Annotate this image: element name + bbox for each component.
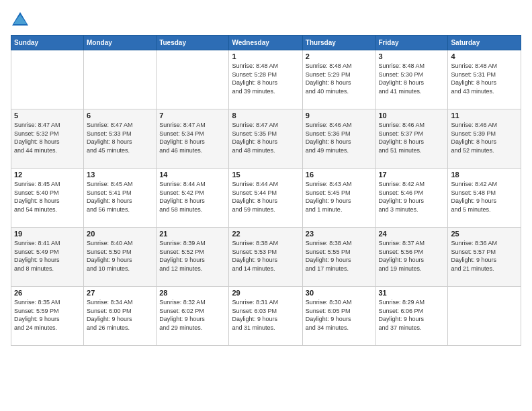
day-info: Sunrise: 8:47 AM Sunset: 5:32 PM Dayligh… <box>14 121 81 154</box>
calendar-cell: 28Sunrise: 8:32 AM Sunset: 6:02 PM Dayli… <box>157 287 229 346</box>
page: SundayMondayTuesdayWednesdayThursdayFrid… <box>0 0 532 411</box>
calendar-cell: 26Sunrise: 8:35 AM Sunset: 5:59 PM Dayli… <box>11 287 84 346</box>
day-number: 16 <box>306 171 373 179</box>
day-number: 12 <box>14 171 81 179</box>
day-info: Sunrise: 8:46 AM Sunset: 5:36 PM Dayligh… <box>306 121 373 154</box>
day-number: 29 <box>232 289 299 297</box>
calendar-week-row: 5Sunrise: 8:47 AM Sunset: 5:32 PM Daylig… <box>11 109 521 169</box>
day-number: 19 <box>14 230 81 238</box>
calendar-cell: 30Sunrise: 8:30 AM Sunset: 6:05 PM Dayli… <box>302 287 375 346</box>
day-number: 1 <box>232 52 299 60</box>
day-info: Sunrise: 8:48 AM Sunset: 5:31 PM Dayligh… <box>451 62 518 95</box>
header <box>11 11 521 30</box>
day-info: Sunrise: 8:42 AM Sunset: 5:46 PM Dayligh… <box>379 180 445 214</box>
calendar-cell: 5Sunrise: 8:47 AM Sunset: 5:32 PM Daylig… <box>11 109 84 169</box>
day-info: Sunrise: 8:46 AM Sunset: 5:39 PM Dayligh… <box>451 121 518 154</box>
calendar-cell: 11Sunrise: 8:46 AM Sunset: 5:39 PM Dayli… <box>448 109 521 169</box>
calendar-cell: 9Sunrise: 8:46 AM Sunset: 5:36 PM Daylig… <box>302 109 375 169</box>
calendar-week-row: 12Sunrise: 8:45 AM Sunset: 5:40 PM Dayli… <box>11 169 521 228</box>
day-info: Sunrise: 8:30 AM Sunset: 6:05 PM Dayligh… <box>306 298 373 332</box>
calendar-cell: 20Sunrise: 8:40 AM Sunset: 5:50 PM Dayli… <box>84 228 157 287</box>
calendar-cell: 27Sunrise: 8:34 AM Sunset: 6:00 PM Dayli… <box>84 287 157 346</box>
calendar-header-wednesday: Wednesday <box>229 36 302 50</box>
calendar-cell: 12Sunrise: 8:45 AM Sunset: 5:40 PM Dayli… <box>11 169 84 228</box>
calendar-header-monday: Monday <box>84 36 157 50</box>
day-number: 24 <box>379 230 445 238</box>
calendar-cell: 22Sunrise: 8:38 AM Sunset: 5:53 PM Dayli… <box>229 228 302 287</box>
day-info: Sunrise: 8:40 AM Sunset: 5:50 PM Dayligh… <box>87 239 153 273</box>
calendar-cell: 7Sunrise: 8:47 AM Sunset: 5:34 PM Daylig… <box>157 109 229 169</box>
calendar-cell: 23Sunrise: 8:38 AM Sunset: 5:55 PM Dayli… <box>302 228 375 287</box>
day-info: Sunrise: 8:43 AM Sunset: 5:45 PM Dayligh… <box>306 180 373 214</box>
day-number: 2 <box>306 52 373 60</box>
day-info: Sunrise: 8:41 AM Sunset: 5:49 PM Dayligh… <box>14 239 81 273</box>
calendar-cell: 15Sunrise: 8:44 AM Sunset: 5:44 PM Dayli… <box>229 169 302 228</box>
day-info: Sunrise: 8:35 AM Sunset: 5:59 PM Dayligh… <box>14 298 81 332</box>
day-info: Sunrise: 8:38 AM Sunset: 5:55 PM Dayligh… <box>306 239 373 273</box>
day-info: Sunrise: 8:47 AM Sunset: 5:34 PM Dayligh… <box>159 121 226 154</box>
calendar-cell <box>84 50 157 109</box>
day-number: 26 <box>14 289 81 297</box>
calendar-cell: 6Sunrise: 8:47 AM Sunset: 5:33 PM Daylig… <box>84 109 157 169</box>
calendar-cell: 10Sunrise: 8:46 AM Sunset: 5:37 PM Dayli… <box>375 109 448 169</box>
calendar-cell: 24Sunrise: 8:37 AM Sunset: 5:56 PM Dayli… <box>375 228 448 287</box>
svg-marker-1 <box>13 15 27 24</box>
calendar-week-row: 19Sunrise: 8:41 AM Sunset: 5:49 PM Dayli… <box>11 228 521 287</box>
day-number: 22 <box>232 230 299 238</box>
calendar-header-thursday: Thursday <box>302 36 375 50</box>
day-info: Sunrise: 8:45 AM Sunset: 5:41 PM Dayligh… <box>87 180 153 214</box>
day-number: 7 <box>159 111 226 120</box>
day-info: Sunrise: 8:29 AM Sunset: 6:06 PM Dayligh… <box>379 298 445 332</box>
calendar-header-tuesday: Tuesday <box>157 36 229 50</box>
day-info: Sunrise: 8:46 AM Sunset: 5:37 PM Dayligh… <box>379 121 445 154</box>
calendar-header-friday: Friday <box>375 36 448 50</box>
day-info: Sunrise: 8:47 AM Sunset: 5:35 PM Dayligh… <box>232 121 299 154</box>
calendar-cell: 21Sunrise: 8:39 AM Sunset: 5:52 PM Dayli… <box>157 228 229 287</box>
calendar-cell: 25Sunrise: 8:36 AM Sunset: 5:57 PM Dayli… <box>448 228 521 287</box>
logo-icon <box>11 11 30 30</box>
calendar-cell <box>448 287 521 346</box>
day-number: 15 <box>232 171 299 179</box>
logo <box>11 11 31 30</box>
calendar-cell <box>11 50 84 109</box>
calendar-week-row: 1Sunrise: 8:48 AM Sunset: 5:28 PM Daylig… <box>11 50 521 109</box>
day-info: Sunrise: 8:45 AM Sunset: 5:40 PM Dayligh… <box>14 180 81 214</box>
day-number: 13 <box>87 171 153 179</box>
day-info: Sunrise: 8:32 AM Sunset: 6:02 PM Dayligh… <box>159 298 226 332</box>
day-info: Sunrise: 8:34 AM Sunset: 6:00 PM Dayligh… <box>87 298 153 332</box>
day-number: 10 <box>379 111 445 120</box>
day-number: 8 <box>232 111 299 120</box>
calendar-cell: 17Sunrise: 8:42 AM Sunset: 5:46 PM Dayli… <box>375 169 448 228</box>
day-info: Sunrise: 8:47 AM Sunset: 5:33 PM Dayligh… <box>87 121 153 154</box>
day-number: 4 <box>451 52 518 60</box>
calendar-cell: 18Sunrise: 8:42 AM Sunset: 5:48 PM Dayli… <box>448 169 521 228</box>
calendar: SundayMondayTuesdayWednesdayThursdayFrid… <box>11 35 521 346</box>
day-info: Sunrise: 8:44 AM Sunset: 5:44 PM Dayligh… <box>232 180 299 214</box>
day-info: Sunrise: 8:37 AM Sunset: 5:56 PM Dayligh… <box>379 239 445 273</box>
day-info: Sunrise: 8:48 AM Sunset: 5:29 PM Dayligh… <box>306 62 373 95</box>
calendar-cell: 2Sunrise: 8:48 AM Sunset: 5:29 PM Daylig… <box>302 50 375 109</box>
calendar-cell: 1Sunrise: 8:48 AM Sunset: 5:28 PM Daylig… <box>229 50 302 109</box>
calendar-cell: 31Sunrise: 8:29 AM Sunset: 6:06 PM Dayli… <box>375 287 448 346</box>
day-info: Sunrise: 8:44 AM Sunset: 5:42 PM Dayligh… <box>159 180 226 214</box>
calendar-cell: 8Sunrise: 8:47 AM Sunset: 5:35 PM Daylig… <box>229 109 302 169</box>
calendar-cell: 3Sunrise: 8:48 AM Sunset: 5:30 PM Daylig… <box>375 50 448 109</box>
calendar-cell <box>157 50 229 109</box>
day-number: 14 <box>159 171 226 179</box>
day-info: Sunrise: 8:42 AM Sunset: 5:48 PM Dayligh… <box>451 180 518 214</box>
calendar-header-row: SundayMondayTuesdayWednesdayThursdayFrid… <box>11 36 521 50</box>
day-number: 27 <box>87 289 153 297</box>
day-number: 6 <box>87 111 153 120</box>
day-number: 18 <box>451 171 518 179</box>
day-number: 11 <box>451 111 518 120</box>
calendar-week-row: 26Sunrise: 8:35 AM Sunset: 5:59 PM Dayli… <box>11 287 521 346</box>
day-info: Sunrise: 8:48 AM Sunset: 5:28 PM Dayligh… <box>232 62 299 95</box>
day-info: Sunrise: 8:31 AM Sunset: 6:03 PM Dayligh… <box>232 298 299 332</box>
calendar-cell: 14Sunrise: 8:44 AM Sunset: 5:42 PM Dayli… <box>157 169 229 228</box>
day-number: 31 <box>379 289 445 297</box>
day-info: Sunrise: 8:39 AM Sunset: 5:52 PM Dayligh… <box>159 239 226 273</box>
calendar-cell: 16Sunrise: 8:43 AM Sunset: 5:45 PM Dayli… <box>302 169 375 228</box>
calendar-header-saturday: Saturday <box>448 36 521 50</box>
day-number: 5 <box>14 111 81 120</box>
day-info: Sunrise: 8:38 AM Sunset: 5:53 PM Dayligh… <box>232 239 299 273</box>
